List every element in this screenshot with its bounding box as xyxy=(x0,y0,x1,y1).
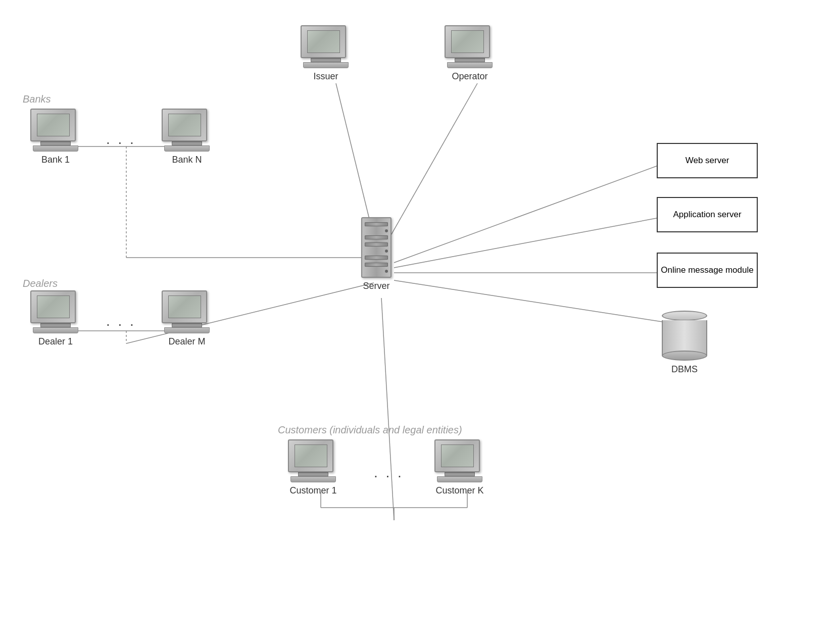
dealerM-node: Dealer M xyxy=(162,290,212,347)
issuer-computer-icon xyxy=(301,25,351,68)
svg-line-14 xyxy=(381,298,394,520)
dbms-label: DBMS xyxy=(671,364,698,375)
issuer-node: Issuer xyxy=(301,25,351,82)
dealer1-label: Dealer 1 xyxy=(38,336,73,347)
bank1-node: Bank 1 xyxy=(30,109,81,165)
dealer1-computer-icon xyxy=(30,290,81,333)
web-server-label: Web server xyxy=(686,156,729,166)
svg-line-17 xyxy=(394,164,662,263)
bank1-label: Bank 1 xyxy=(41,155,70,165)
server-label: Server xyxy=(363,281,389,291)
dealer1-node: Dealer 1 xyxy=(30,290,81,347)
dbms-node: DBMS xyxy=(662,311,707,375)
online-msg-box: Online message module xyxy=(657,253,758,288)
customerK-computer-icon xyxy=(434,439,485,482)
banks-section-label: Banks xyxy=(23,93,51,105)
banks-dots: . . . xyxy=(106,131,136,147)
dealerM-label: Dealer M xyxy=(168,336,205,347)
web-server-box: Web server xyxy=(657,143,758,178)
online-msg-label: Online message module xyxy=(661,265,753,275)
customers-dots: . . . xyxy=(374,465,404,481)
svg-line-20 xyxy=(394,280,672,323)
app-server-box: Application server xyxy=(657,197,758,232)
customer1-node: Customer 1 xyxy=(288,439,338,496)
operator-label: Operator xyxy=(452,71,487,82)
dbms-cylinder-icon xyxy=(662,311,707,361)
svg-line-18 xyxy=(394,217,662,268)
issuer-label: Issuer xyxy=(313,71,338,82)
diagram-container: Banks Dealers Customers (individuals and… xyxy=(0,0,831,644)
server-node: Server xyxy=(361,217,392,291)
customers-section-label: Customers (individuals and legal entitie… xyxy=(278,424,462,436)
bankN-computer-icon xyxy=(162,109,212,152)
web-server-node: Web server xyxy=(657,143,758,178)
operator-computer-icon xyxy=(445,25,495,68)
dealers-section-label: Dealers xyxy=(23,278,58,289)
bank1-computer-icon xyxy=(30,109,81,152)
customer1-computer-icon xyxy=(288,439,338,482)
bankN-label: Bank N xyxy=(172,155,202,165)
app-server-label: Application server xyxy=(673,210,741,220)
customerK-label: Customer K xyxy=(435,485,483,496)
app-server-node: Application server xyxy=(657,197,758,232)
operator-node: Operator xyxy=(445,25,495,82)
server-tower-icon xyxy=(361,217,392,278)
svg-line-16 xyxy=(384,83,477,247)
dealers-dots: . . . xyxy=(106,313,136,329)
bankN-node: Bank N xyxy=(162,109,212,165)
online-msg-node: Online message module xyxy=(657,253,758,288)
customerK-node: Customer K xyxy=(434,439,485,496)
dealerM-computer-icon xyxy=(162,290,212,333)
customer1-label: Customer 1 xyxy=(289,485,336,496)
